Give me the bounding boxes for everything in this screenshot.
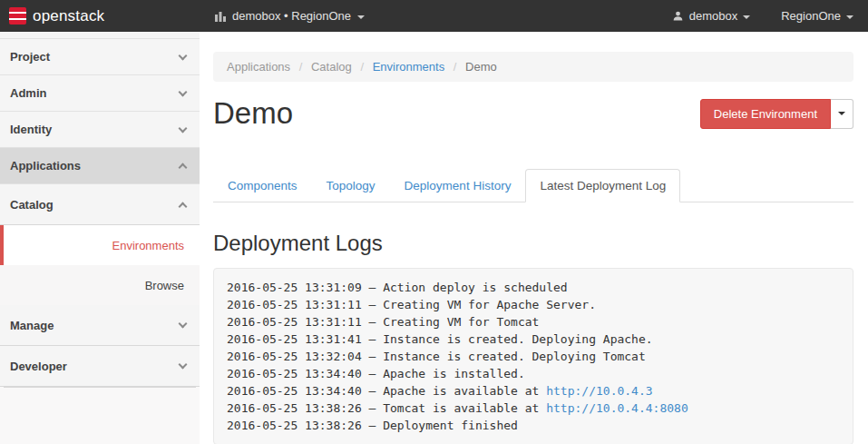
user-menu-label: demobox [689, 9, 737, 23]
caret-down-icon [743, 15, 750, 19]
log-text: 2016-05-25 13:32:04 — Instance is create… [227, 350, 646, 363]
chevron-up-icon [179, 202, 188, 211]
user-menu[interactable]: demobox [672, 9, 750, 23]
sidebar-item-label: Project [10, 50, 50, 64]
openstack-brand[interactable]: openstack [0, 7, 200, 25]
sidebar-item-label: Applications [10, 159, 81, 173]
tomcat-url-link[interactable]: http://10.0.4.4:8080 [546, 401, 688, 415]
topbar-right: demobox RegionOne [672, 9, 868, 23]
page-body: Project Admin Identity Applications Cata… [0, 32, 868, 444]
page-title: Demo [213, 97, 293, 130]
sidebar-item-identity[interactable]: Identity [0, 112, 200, 148]
log-text: 2016-05-25 13:31:11 — Creating VM for To… [227, 315, 539, 329]
breadcrumb-item-applications: Applications [227, 60, 290, 74]
log-text: 2016-05-25 13:34:40 — Apache is installe… [227, 367, 525, 380]
breadcrumb-link-environments[interactable]: Environments [373, 60, 444, 74]
caret-down-icon [838, 112, 845, 115]
breadcrumb: Applications / Catalog / Environments / … [213, 52, 853, 82]
log-text: 2016-05-25 13:31:11 — Creating VM for Ap… [227, 298, 596, 311]
deployment-log-box: 2016-05-25 13:31:09 — Action deploy is s… [213, 268, 853, 444]
log-line: 2016-05-25 13:31:09 — Action deploy is s… [227, 279, 840, 296]
log-line: 2016-05-25 13:31:11 — Creating VM for To… [227, 313, 840, 331]
tab-latest-deployment-log[interactable]: Latest Deployment Log [525, 169, 680, 202]
region-menu[interactable]: RegionOne [781, 9, 853, 23]
breadcrumb-item-demo: Demo [465, 60, 497, 74]
sidebar-item-catalog[interactable]: Catalog [0, 184, 200, 225]
chevron-down-icon [179, 320, 188, 329]
tab-bar: Components Topology Deployment History L… [213, 169, 853, 202]
deployment-logs-heading: Deployment Logs [213, 231, 853, 256]
caret-down-icon [357, 15, 365, 19]
sidebar-item-manage[interactable]: Manage [0, 305, 200, 346]
context-label: demobox • RegionOne [232, 9, 351, 23]
sidebar-item-applications[interactable]: Applications [0, 148, 200, 184]
sidebar-item-label: Developer [10, 360, 67, 373]
sidebar-item-developer[interactable]: Developer [0, 346, 200, 387]
log-line: 2016-05-25 13:34:40 — Apache is installe… [227, 365, 840, 382]
sidebar-item-label: Browse [145, 279, 184, 292]
sidebar-item-label: Catalog [10, 198, 54, 212]
sidebar-item-admin[interactable]: Admin [0, 75, 200, 112]
breadcrumb-separator: / [360, 60, 364, 74]
apache-url-link[interactable]: http://10.0.4.3 [546, 384, 652, 398]
sidebar: Project Admin Identity Applications Cata… [0, 32, 200, 444]
chevron-down-icon [179, 51, 188, 60]
project-region-switcher[interactable]: demobox • RegionOne [215, 9, 365, 23]
page-header: Demo Delete Environment [213, 97, 853, 130]
log-text: 2016-05-25 13:38:26 — Tomcat is availabl… [227, 401, 546, 415]
main-content: Applications / Catalog / Environments / … [200, 32, 868, 444]
caret-down-icon [846, 15, 853, 19]
chevron-down-icon [179, 123, 188, 133]
log-line: 2016-05-25 13:38:26 — Tomcat is availabl… [227, 400, 840, 417]
log-text: 2016-05-25 13:31:41 — Instance is create… [227, 332, 653, 346]
sidebar-item-browse[interactable]: Browse [0, 265, 200, 305]
breadcrumb-separator: / [454, 60, 457, 74]
sidebar-item-label: Admin [10, 86, 46, 100]
delete-environment-button-group: Delete Environment [700, 99, 853, 129]
user-icon [672, 10, 684, 22]
tab-deployment-history[interactable]: Deployment History [390, 169, 526, 202]
sidebar-item-label: Environments [112, 239, 184, 252]
sidebar-item-environments[interactable]: Environments [0, 225, 200, 265]
region-menu-label: RegionOne [781, 9, 841, 23]
openstack-logo-icon [9, 7, 26, 25]
topbar: openstack demobox • RegionOne demobox Re… [0, 0, 868, 32]
log-line: 2016-05-25 13:34:40 — Apache is availabl… [227, 382, 840, 400]
breadcrumb-item-catalog: Catalog [311, 60, 352, 74]
chevron-down-icon [179, 87, 188, 96]
sidebar-item-label: Identity [10, 123, 52, 136]
sidebar-item-project[interactable]: Project [0, 39, 200, 75]
chevron-up-icon [179, 163, 188, 173]
log-line: 2016-05-25 13:31:41 — Instance is create… [227, 331, 840, 348]
log-text: 2016-05-25 13:38:26 — Deployment finishe… [227, 419, 518, 432]
log-line: 2016-05-25 13:31:11 — Creating VM for Ap… [227, 296, 840, 313]
delete-environment-button[interactable]: Delete Environment [700, 99, 831, 129]
delete-environment-dropdown-toggle[interactable] [831, 99, 853, 129]
log-line: 2016-05-25 13:32:04 — Instance is create… [227, 348, 840, 365]
sidebar-item-label: Manage [10, 319, 54, 332]
tab-topology[interactable]: Topology [312, 169, 390, 202]
sidebar-top-spacer [0, 32, 200, 39]
log-text: 2016-05-25 13:31:09 — Action deploy is s… [227, 281, 568, 294]
breadcrumb-separator: / [299, 60, 303, 74]
brand-text: openstack [33, 7, 104, 25]
chevron-down-icon [179, 360, 188, 370]
log-line: 2016-05-25 13:38:26 — Deployment finishe… [227, 417, 840, 434]
tab-components[interactable]: Components [213, 169, 312, 202]
log-text: 2016-05-25 13:34:40 — Apache is availabl… [227, 384, 546, 398]
project-picker-icon [215, 11, 226, 22]
